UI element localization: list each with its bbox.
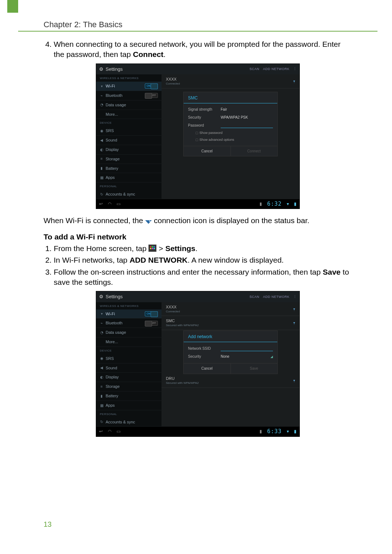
bluetooth-icon: ⌁ <box>100 93 103 98</box>
connect-button[interactable]: Connect <box>230 146 278 156</box>
sidebar-item-more[interactable]: More... <box>96 337 162 347</box>
sidebar-item-apps[interactable]: ▦Apps <box>96 401 162 410</box>
dropdown-arrow-icon: ◢ <box>270 354 273 359</box>
add-step-2: In Wi-Fi networks, tap ADD NETWORK. A ne… <box>54 255 352 265</box>
section-wireless: WIRELESS & NETWORKS <box>96 74 162 82</box>
back-icon[interactable]: ↩ <box>99 201 103 207</box>
network-row-xxxx[interactable]: XXXX Connected ▾̣ <box>162 74 299 89</box>
sync-icon: ↻ <box>100 192 103 197</box>
network-row-smc[interactable]: SMCSecured with WPA/WPA2 ▾̣ <box>162 316 299 330</box>
sidebar-item-accounts[interactable]: ↻Accounts & sync <box>96 190 162 199</box>
wifi-toggle[interactable]: ON <box>145 83 158 89</box>
scan-action[interactable]: SCAN <box>249 67 259 71</box>
battery-status-icon: ▮ <box>260 201 262 207</box>
clock: 6:33 <box>267 428 282 435</box>
gear-icon: ⚙ <box>99 66 103 73</box>
screenshot-connect-dialog: ⚙ Settings SCAN ADD NETWORK ⋮ WIRELESS &… <box>96 63 300 209</box>
dialog-title: Add network <box>184 331 277 342</box>
sidebar-item-wifi[interactable]: ▾ Wi-Fi ON <box>96 82 162 91</box>
sidebar-item-bluetooth[interactable]: ⌁ Bluetooth OFF <box>96 319 162 328</box>
cancel-button[interactable]: Cancel <box>184 146 230 156</box>
cancel-button[interactable]: Cancel <box>184 364 230 374</box>
password-input[interactable] <box>221 123 273 128</box>
srs-icon: ◉ <box>100 356 103 361</box>
add-network-steps: From the Home screen, tap > Settings. In… <box>44 243 352 287</box>
sidebar-item-srs[interactable]: ◉SRS <box>96 126 162 136</box>
sidebar-item-bluetooth[interactable]: ⌁ Bluetooth OFF <box>96 91 162 100</box>
sidebar-item-storage[interactable]: ≡Storage <box>96 382 162 391</box>
sidebar-item-sound[interactable]: ◀Sound <box>96 136 162 145</box>
scan-action[interactable]: SCAN <box>249 295 259 299</box>
sidebar-item-storage[interactable]: ≡Storage <box>96 155 162 164</box>
apps-grid-icon <box>148 245 156 252</box>
sound-icon: ◀ <box>100 138 103 143</box>
add-network-dialog: Add network Network SSID Security None ◢… <box>183 331 278 374</box>
bluetooth-toggle[interactable]: OFF <box>145 93 158 98</box>
apps-icon: ▦ <box>100 175 103 180</box>
system-bar: ↩ ◠ ▭ ▮ 6:32 ▾ ▮ <box>96 199 299 209</box>
recent-icon[interactable]: ▭ <box>117 201 121 207</box>
sidebar-item-display[interactable]: ◐Display <box>96 373 162 382</box>
wifi-status-icon: ▾ <box>287 428 289 434</box>
sidebar-item-apps[interactable]: ▦Apps <box>96 173 162 182</box>
apps-icon: ▦ <box>100 403 103 408</box>
add-network-action[interactable]: ADD NETWORK <box>263 295 290 299</box>
add-network-action[interactable]: ADD NETWORK <box>263 67 290 71</box>
security-dropdown[interactable]: None <box>221 354 229 359</box>
wifi-toggle[interactable]: ON <box>145 311 158 316</box>
srs-icon: ◉ <box>100 128 103 134</box>
ssid-input[interactable] <box>221 346 273 351</box>
battery-icon: ▮ <box>100 394 103 399</box>
gear-icon: ⚙ <box>99 294 103 300</box>
step-4: When connecting to a secured network, yo… <box>54 39 352 60</box>
battery-icon: ▮ <box>100 166 103 171</box>
sidebar-item-battery[interactable]: ▮Battery <box>96 391 162 401</box>
header-divider <box>18 31 377 32</box>
post-screenshot-text: When Wi-Fi is connected, the connection … <box>44 216 352 226</box>
overflow-icon[interactable]: ⋮ <box>293 295 297 299</box>
page-number: 13 <box>44 520 52 529</box>
network-row-dru[interactable]: DRUSecured with WPA/WPA2 ▾̣ <box>162 374 299 388</box>
battery-status-icon: ▮ <box>260 428 262 434</box>
section-personal: PERSONAL <box>96 182 162 190</box>
screenshot-add-network-dialog: ⚙ Settings SCAN ADD NETWORK ⋮ WIRELESS &… <box>96 291 300 436</box>
data-icon: ◔ <box>100 102 103 107</box>
sidebar-item-data-usage[interactable]: ◔Data usage <box>96 100 162 110</box>
settings-title: Settings <box>106 66 123 73</box>
recent-icon[interactable]: ▭ <box>117 428 121 434</box>
sync-icon: ↻ <box>100 419 103 424</box>
save-button[interactable]: Save <box>230 364 278 374</box>
wifi-icon: ▾ <box>100 84 103 89</box>
sidebar-item-more[interactable]: More... <box>96 110 162 119</box>
wifi-signal-icon: ▾̣ <box>293 307 295 312</box>
section-device: DEVICE <box>96 119 162 126</box>
sidebar-item-sound[interactable]: ◀Sound <box>96 364 162 373</box>
home-icon[interactable]: ◠ <box>108 428 111 434</box>
settings-sidebar: WIRELESS & NETWORKS ▾ Wi-Fi ON ⌁ Bluetoo… <box>96 74 162 199</box>
wifi-status-icon: ▾ <box>287 201 289 207</box>
sidebar-item-battery[interactable]: ▮Battery <box>96 164 162 173</box>
show-advanced-checkbox[interactable]: Show advanced options <box>188 136 273 143</box>
wifi-signal-icon: ▾̣ <box>293 79 295 84</box>
settings-title: Settings <box>106 294 123 300</box>
sidebar-item-srs[interactable]: ◉SRS <box>96 354 162 364</box>
wifi-signal-icon: ▾̣ <box>293 320 295 325</box>
sidebar-item-accounts[interactable]: ↻Accounts & sync <box>96 418 162 427</box>
storage-icon: ≡ <box>100 384 103 389</box>
settings-sidebar: WIRELESS & NETWORKS ▾ Wi-Fi ON ⌁ Bluetoo… <box>96 302 162 427</box>
clock: 6:32 <box>267 200 282 208</box>
back-icon[interactable]: ↩ <box>99 428 103 434</box>
dialog-title: SMC <box>184 92 277 103</box>
sidebar-item-data-usage[interactable]: ◔Data usage <box>96 328 162 337</box>
sidebar-item-display[interactable]: ◐Display <box>96 145 162 155</box>
add-network-heading: To add a Wi-Fi network <box>44 232 352 242</box>
network-row-xxxx[interactable]: XXXXConnected ▾̣ <box>162 302 299 316</box>
chapter-title: Chapter 2: The Basics <box>44 20 122 29</box>
overflow-icon[interactable]: ⋮ <box>293 67 297 71</box>
show-password-checkbox[interactable]: Show password <box>188 130 273 136</box>
sidebar-item-wifi[interactable]: ▾ Wi-Fi ON <box>96 309 162 319</box>
storage-icon: ≡ <box>100 156 103 161</box>
home-icon[interactable]: ◠ <box>108 201 111 207</box>
page-accent <box>7 0 18 13</box>
bluetooth-toggle[interactable]: OFF <box>145 321 158 326</box>
